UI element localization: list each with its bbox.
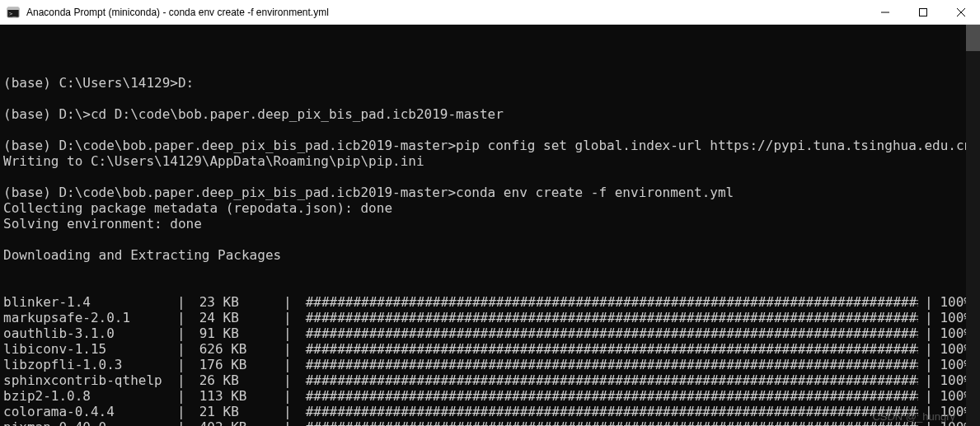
- package-name: libzopfli-1.0.3: [3, 357, 177, 372]
- package-name: colorama-0.4.4: [3, 404, 177, 419]
- terminal-line: [3, 91, 980, 106]
- package-size: 23 KB: [191, 294, 284, 310]
- column-separator: |: [177, 388, 191, 404]
- package-size: 626 KB: [191, 341, 284, 357]
- package-size: 176 KB: [191, 357, 284, 372]
- titlebar-left: >_ Anaconda Prompt (miniconda) - conda e…: [7, 6, 329, 19]
- terminal-line: Collecting package metadata (repodata.js…: [3, 200, 980, 216]
- terminal-line: [3, 232, 980, 247]
- table-row: markupsafe-2.0.1| 24 KB| ###############…: [3, 310, 980, 325]
- table-row: pixman-0.40.0| 402 KB| #################…: [3, 419, 980, 426]
- terminal-line: (base) D:\code\bob.paper.deep_pix_bis_pa…: [3, 138, 980, 153]
- terminal-line: (base) D:\>cd D:\code\bob.paper.deep_pix…: [3, 106, 980, 122]
- terminal-line: Solving environment: done: [3, 216, 980, 232]
- column-separator: |: [918, 341, 939, 357]
- table-row: oauthlib-3.1.0| 91 KB| #################…: [3, 325, 980, 341]
- column-separator: |: [918, 325, 939, 341]
- scrollbar-thumb[interactable]: [966, 25, 980, 51]
- column-separator: |: [918, 419, 939, 426]
- column-separator: |: [284, 357, 298, 372]
- package-name: pixman-0.40.0: [3, 419, 177, 426]
- svg-rect-4: [920, 8, 927, 16]
- column-separator: |: [918, 388, 939, 404]
- svg-text:>_: >_: [9, 11, 16, 17]
- package-name: sphinxcontrib-qthelp: [3, 372, 177, 388]
- terminal-line: [3, 122, 980, 138]
- terminal-output: (base) C:\Users\14129>D:(base) D:\>cd D:…: [3, 59, 980, 263]
- package-size: 26 KB: [191, 372, 284, 388]
- package-name: blinker-1.4: [3, 294, 177, 310]
- column-separator: |: [177, 341, 191, 357]
- window-title: Anaconda Prompt (miniconda) - conda env …: [26, 7, 329, 18]
- svg-rect-1: [7, 7, 19, 10]
- close-button[interactable]: [942, 0, 980, 24]
- column-separator: |: [284, 310, 298, 325]
- column-separator: |: [918, 372, 939, 388]
- column-separator: |: [918, 357, 939, 372]
- terminal-line: Downloading and Extracting Packages: [3, 247, 980, 263]
- column-separator: |: [284, 419, 298, 426]
- progress-bar: ########################################…: [298, 357, 918, 372]
- column-separator: |: [177, 325, 191, 341]
- vertical-scrollbar[interactable]: [966, 25, 980, 426]
- column-separator: |: [918, 404, 939, 419]
- column-separator: |: [177, 419, 191, 426]
- terminal-line: Writing to C:\Users\14129\AppData\Roamin…: [3, 153, 980, 169]
- column-separator: |: [284, 325, 298, 341]
- package-size: 21 KB: [191, 404, 284, 419]
- column-separator: |: [284, 294, 298, 310]
- table-row: colorama-0.4.4| 21 KB| #################…: [3, 404, 980, 419]
- table-row: libiconv-1.15| 626 KB| #################…: [3, 341, 980, 357]
- progress-bar: ########################################…: [298, 372, 918, 388]
- table-row: sphinxcontrib-qthelp| 26 KB| ###########…: [3, 372, 980, 388]
- package-size: 113 KB: [191, 388, 284, 404]
- progress-bar: ########################################…: [298, 310, 918, 325]
- column-separator: |: [177, 294, 191, 310]
- table-row: bzip2-1.0.8| 113 KB| ###################…: [3, 388, 980, 404]
- package-name: bzip2-1.0.8: [3, 388, 177, 404]
- package-size: 402 KB: [191, 419, 284, 426]
- column-separator: |: [284, 341, 298, 357]
- terminal-area[interactable]: (base) C:\Users\14129>D:(base) D:\>cd D:…: [0, 25, 980, 426]
- table-row: libzopfli-1.0.3| 176 KB| ###############…: [3, 357, 980, 372]
- column-separator: |: [284, 372, 298, 388]
- minimize-button[interactable]: [866, 0, 904, 24]
- column-separator: |: [918, 294, 939, 310]
- package-name: markupsafe-2.0.1: [3, 310, 177, 325]
- window-titlebar: >_ Anaconda Prompt (miniconda) - conda e…: [0, 0, 980, 25]
- package-name: oauthlib-3.1.0: [3, 325, 177, 341]
- terminal-line: [3, 169, 980, 185]
- progress-bar: ########################################…: [298, 404, 918, 419]
- package-size: 91 KB: [191, 325, 284, 341]
- package-name: libiconv-1.15: [3, 341, 177, 357]
- column-separator: |: [177, 404, 191, 419]
- package-size: 24 KB: [191, 310, 284, 325]
- column-separator: |: [284, 404, 298, 419]
- progress-bar: ########################################…: [298, 388, 918, 404]
- table-row: blinker-1.4| 23 KB| ####################…: [3, 294, 980, 310]
- progress-bar: ########################################…: [298, 341, 918, 357]
- window-controls: [866, 0, 980, 24]
- column-separator: |: [177, 310, 191, 325]
- terminal-line: [3, 59, 980, 75]
- progress-bar: ########################################…: [298, 294, 918, 310]
- column-separator: |: [918, 310, 939, 325]
- column-separator: |: [177, 357, 191, 372]
- terminal-line: (base) D:\code\bob.paper.deep_pix_bis_pa…: [3, 185, 980, 200]
- terminal-line: (base) C:\Users\14129>D:: [3, 75, 980, 91]
- maximize-button[interactable]: [904, 0, 942, 24]
- column-separator: |: [177, 372, 191, 388]
- progress-bar: ########################################…: [298, 325, 918, 341]
- progress-bar: ########################################…: [298, 419, 918, 426]
- column-separator: |: [284, 388, 298, 404]
- package-table: blinker-1.4| 23 KB| ####################…: [3, 294, 980, 426]
- terminal-icon: >_: [7, 6, 20, 19]
